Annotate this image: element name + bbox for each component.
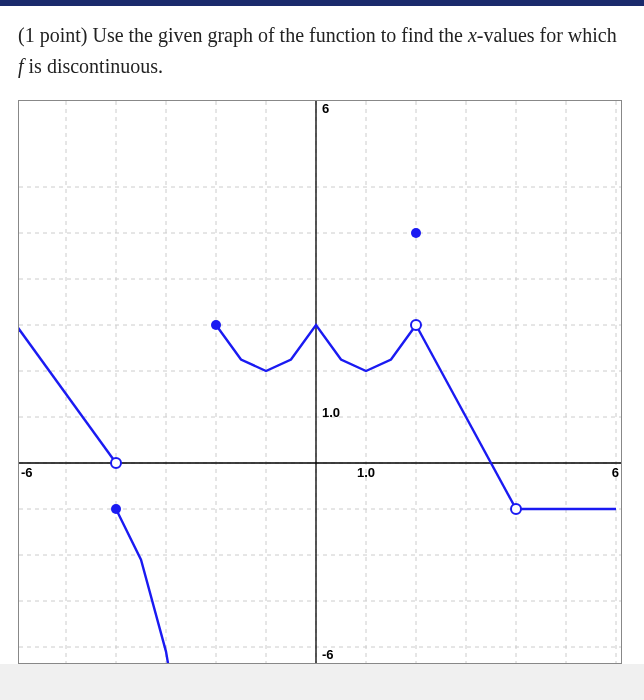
q-text-a: Use the given graph of the function to f… bbox=[92, 24, 467, 46]
svg-point-38 bbox=[411, 228, 421, 238]
svg-text:1.0: 1.0 bbox=[357, 465, 375, 480]
svg-point-34 bbox=[111, 458, 121, 468]
points-label: (1 point) bbox=[18, 24, 92, 46]
question-text: (1 point) Use the given graph of the fun… bbox=[18, 20, 626, 82]
var-x: x bbox=[468, 24, 477, 46]
q-text-b: -values for which bbox=[477, 24, 617, 46]
svg-point-35 bbox=[111, 504, 121, 514]
function-graph: -61.061.06-6 bbox=[19, 101, 621, 663]
q-text-c: is discontinuous. bbox=[24, 55, 163, 77]
svg-text:6: 6 bbox=[322, 101, 329, 116]
svg-text:6: 6 bbox=[612, 465, 619, 480]
svg-point-39 bbox=[511, 504, 521, 514]
svg-point-36 bbox=[211, 320, 221, 330]
svg-text:-6: -6 bbox=[21, 465, 33, 480]
chart-area: -61.061.06-6 bbox=[18, 100, 622, 664]
svg-text:1.0: 1.0 bbox=[322, 405, 340, 420]
svg-point-37 bbox=[411, 320, 421, 330]
svg-text:-6: -6 bbox=[322, 647, 334, 662]
question-page: (1 point) Use the given graph of the fun… bbox=[0, 0, 644, 664]
